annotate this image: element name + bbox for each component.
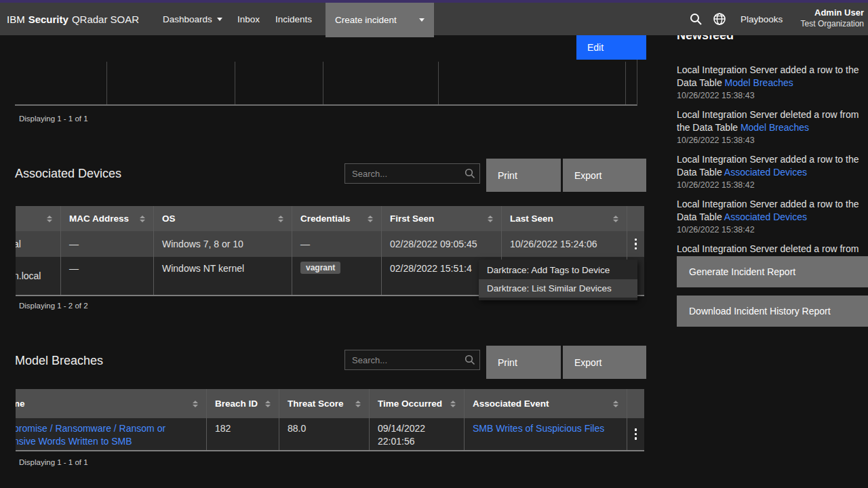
search-icon — [465, 168, 475, 179]
cell-threat-score: 88.0 — [279, 418, 370, 450]
generate-incident-report-button[interactable]: Generate Incident Report — [677, 256, 868, 287]
export-button-label: Export — [574, 357, 601, 368]
search-input[interactable] — [344, 350, 480, 370]
table-row[interactable]: promise / Ransomware / Ransom or nsive W… — [16, 418, 644, 450]
table-row[interactable]: al — Windows 7, 8 or 10 — 02/28/2022 09:… — [16, 231, 644, 257]
menu-item-darktrace-add-tags[interactable]: Darktrace: Add Tags to Device — [479, 261, 637, 279]
nav-item-dashboards-label: Dashboards — [163, 14, 212, 24]
user-organization: Test Organization — [801, 19, 864, 28]
chevron-down-icon — [217, 18, 222, 21]
column-header-os[interactable]: OS — [154, 206, 292, 231]
newsfeed-item: Local Integration Server deleted a row f… — [677, 108, 868, 145]
newsfeed-link[interactable]: Model Breaches — [725, 77, 793, 88]
column-header-actions — [627, 389, 644, 418]
column-header-breach-id[interactable]: Breach ID — [207, 389, 279, 418]
table-column-divider — [235, 62, 235, 104]
nav-item-incidents-label: Incidents — [275, 14, 312, 24]
associated-devices-search — [344, 163, 480, 184]
table-header-row: MAC Address OS Credentials First Seen La… — [16, 206, 644, 231]
cell-credentials: vagrant — [292, 257, 382, 295]
sort-icon — [368, 216, 373, 222]
search-input[interactable] — [344, 163, 480, 184]
edit-button-label: Edit — [587, 42, 604, 53]
row-actions-context-menu: Darktrace: Add Tags to Device Darktrace:… — [479, 260, 637, 300]
sort-icon — [265, 401, 271, 407]
print-button[interactable]: Print — [486, 159, 561, 192]
kebab-menu-icon[interactable] — [635, 428, 637, 440]
create-incident-button[interactable]: Create incident — [326, 3, 434, 37]
cell-mac-address: — — [61, 257, 154, 295]
newsfeed-timestamp: 10/26/2022 15:38:43 — [677, 136, 868, 145]
associated-event-link[interactable]: SMB Writes of Suspicious Files — [473, 423, 604, 434]
cell-os: Windows 7, 8 or 10 — [154, 231, 292, 257]
print-button-label: Print — [498, 357, 517, 368]
newsfeed-link[interactable]: Associated Devices — [724, 167, 807, 178]
sort-icon — [47, 216, 52, 222]
kebab-menu-icon[interactable] — [635, 239, 637, 250]
column-header-threat-score[interactable]: Threat Score — [279, 389, 370, 418]
column-header-associated-event[interactable]: Associated Event — [465, 389, 627, 418]
newsfeed-link[interactable]: Model Breaches — [741, 122, 809, 133]
nav-item-playbooks-label: Playbooks — [741, 14, 783, 24]
newsfeed-item: Local Integration Server added a row to … — [677, 198, 868, 235]
nav-item-playbooks[interactable]: Playbooks — [741, 3, 783, 35]
nav-item-incidents[interactable]: Incidents — [275, 3, 312, 35]
cell-hostname: al — [16, 231, 61, 257]
cell-os: Windows NT kernel — [154, 257, 292, 295]
cell-time-occurred: 09/14/2022 22:01:56 — [370, 418, 465, 450]
user-account-block[interactable]: Admin User Test Organization — [801, 7, 864, 28]
cell-breach-id: 182 — [207, 418, 279, 450]
credential-tag: vagrant — [300, 262, 340, 274]
column-header-time-occurred[interactable]: Time Occurred — [370, 389, 465, 418]
brand-logo: IBM Security QRadar SOAR — [7, 3, 139, 35]
globe-icon[interactable] — [713, 12, 726, 26]
cell-first-seen: 02/28/2022 09:05:45 — [382, 231, 502, 257]
column-header-first-seen[interactable]: First Seen — [382, 206, 502, 231]
brand-ibm: IBM — [7, 14, 25, 25]
brand-product: QRadar SOAR — [72, 14, 139, 25]
sort-icon — [355, 401, 361, 407]
newsfeed-link[interactable]: Associated Devices — [724, 211, 807, 222]
print-button[interactable]: Print — [486, 346, 561, 379]
sort-icon — [140, 216, 145, 222]
create-incident-label: Create incident — [335, 15, 397, 25]
sort-icon — [613, 216, 618, 222]
newsfeed-item: Local Integration Server deleted a row f… — [677, 243, 868, 256]
menu-item-darktrace-list-similar[interactable]: Darktrace: List Similar Devices — [479, 279, 637, 298]
top-cropped-table — [15, 37, 637, 106]
cell-mac-address: — — [61, 231, 154, 257]
search-icon[interactable] — [689, 12, 703, 26]
cell-associated-event: SMB Writes of Suspicious Files — [465, 418, 627, 450]
top-navigation-bar: IBM Security QRadar SOAR Dashboards Inbo… — [0, 3, 868, 35]
newsfeed-timestamp: 10/26/2022 15:38:43 — [677, 91, 868, 100]
download-incident-history-report-button[interactable]: Download Incident History Report — [677, 296, 868, 327]
edit-button[interactable]: Edit — [576, 35, 646, 60]
top-purple-strip — [0, 0, 868, 3]
cell-name: promise / Ransomware / Ransom or nsive W… — [16, 418, 207, 450]
brand-security: Security — [28, 14, 68, 25]
nav-item-inbox-label: Inbox — [237, 14, 260, 24]
table-column-divider — [323, 62, 323, 104]
column-header-credentials[interactable]: Credentials — [292, 206, 382, 231]
newsfeed-timestamp: 10/26/2022 15:38:42 — [677, 180, 868, 190]
displaying-count-top: Displaying 1 - 1 of 1 — [19, 115, 88, 123]
sort-icon — [450, 401, 456, 407]
column-header-name[interactable]: me — [16, 389, 207, 418]
nav-item-dashboards[interactable]: Dashboards — [163, 3, 222, 35]
table-column-divider — [438, 62, 439, 104]
table-header-row: me Breach ID Threat Score Time Occurred … — [16, 389, 644, 418]
generate-incident-report-label: Generate Incident Report — [689, 266, 795, 277]
cell-actions — [627, 418, 644, 450]
export-button[interactable]: Export — [563, 346, 646, 379]
sort-icon — [613, 401, 618, 407]
column-header-hostname[interactable] — [16, 206, 61, 231]
nav-item-inbox[interactable]: Inbox — [237, 3, 260, 35]
model-breach-name-link[interactable]: promise / Ransomware / Ransom or nsive W… — [16, 422, 165, 448]
export-button[interactable]: Export — [563, 159, 646, 192]
model-breaches-title: Model Breaches — [15, 354, 103, 368]
column-header-last-seen[interactable]: Last Seen — [502, 206, 627, 231]
table-column-divider — [106, 62, 107, 104]
column-header-mac-address[interactable]: MAC Address — [61, 206, 154, 231]
sort-icon — [278, 216, 283, 222]
print-button-label: Print — [498, 170, 517, 181]
